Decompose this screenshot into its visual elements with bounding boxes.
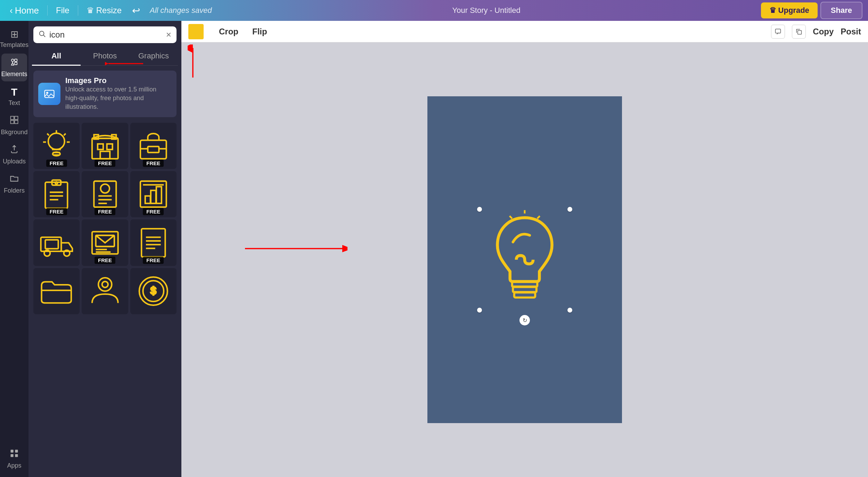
svg-rect-64 [776, 29, 781, 33]
share-button[interactable]: Share [820, 2, 862, 19]
free-badge-5: FREE [95, 208, 115, 215]
resize-handle-tl[interactable] [477, 207, 482, 212]
search-icon [38, 30, 46, 40]
document-title: Your Story - Untitled [452, 6, 521, 15]
home-button[interactable]: ‹ Home [6, 3, 43, 18]
svg-point-59 [98, 278, 112, 291]
copy-button[interactable]: Copy [813, 27, 834, 37]
saved-status: All changes saved [150, 6, 212, 15]
svg-rect-19 [92, 138, 118, 159]
svg-line-71 [510, 216, 512, 218]
svg-rect-4 [11, 116, 14, 120]
svg-rect-21 [107, 144, 112, 149]
selected-element-container[interactable]: ↻ [480, 209, 570, 310]
images-pro-banner[interactable]: Images Pro Unlock access to over 1.5 mil… [33, 71, 177, 117]
svg-line-70 [537, 216, 540, 218]
undo-icon: ↩ [132, 5, 140, 16]
rotate-handle[interactable]: ↻ [519, 315, 530, 325]
svg-text:$: $ [150, 285, 156, 296]
clear-search-button[interactable]: ✕ [166, 31, 172, 39]
icon-item-7[interactable] [33, 219, 80, 266]
sidebar-label-text: Text [8, 99, 20, 107]
svg-point-60 [102, 281, 108, 287]
sidebar-label-folders: Folders [4, 187, 25, 194]
sidebar-item-apps[interactable]: Apps [1, 445, 27, 473]
resize-label: Resize [96, 6, 122, 15]
free-badge-9: FREE [143, 257, 164, 264]
file-button[interactable]: File [52, 3, 74, 17]
sidebar-label-background: Bkground [1, 129, 27, 136]
resize-handle-br[interactable] [567, 308, 572, 313]
sidebar-item-folders[interactable]: Folders [1, 170, 27, 198]
resize-button[interactable]: ♛ Resize [82, 3, 126, 17]
svg-rect-8 [11, 450, 14, 453]
svg-rect-68 [514, 292, 535, 298]
flip-button[interactable]: Flip [245, 24, 274, 39]
sidebar-item-text[interactable]: T Text [1, 83, 27, 110]
crop-button[interactable]: Crop [212, 24, 245, 39]
icon-item-9[interactable]: FREE [130, 219, 177, 266]
canvas-page[interactable]: ↻ [427, 96, 622, 423]
icon-item-2[interactable]: FREE [82, 123, 128, 169]
sidebar-item-elements[interactable]: Elements [1, 54, 27, 81]
sidebar-label-elements: Elements [1, 71, 27, 78]
icon-item-5[interactable]: FREE [82, 171, 128, 217]
icon-results-grid: FREE FREE FREE [28, 123, 181, 349]
search-input[interactable] [49, 30, 162, 40]
search-bar: ✕ [33, 26, 177, 43]
color-swatch[interactable] [188, 24, 204, 39]
duplicate-button[interactable] [792, 25, 806, 39]
svg-rect-42 [151, 191, 156, 203]
folders-icon [9, 173, 19, 186]
nav-divider-2 [78, 5, 78, 16]
svg-point-34 [55, 182, 57, 184]
svg-rect-53 [141, 228, 165, 257]
svg-rect-5 [15, 116, 18, 120]
icon-item-8[interactable]: FREE [82, 219, 128, 266]
icon-item-12[interactable]: $ [130, 268, 177, 314]
upgrade-label: Upgrade [778, 6, 809, 15]
templates-icon: ⊞ [10, 29, 18, 40]
tab-all[interactable]: All [32, 47, 81, 66]
svg-rect-15 [45, 90, 54, 97]
sidebar-label-templates: Templates [0, 41, 28, 49]
svg-rect-48 [46, 240, 58, 249]
toolbar-right-actions: Copy Posit [771, 25, 861, 39]
icon-item-4[interactable]: FREE [33, 171, 80, 217]
sidebar-item-uploads[interactable]: Uploads [1, 141, 27, 169]
filter-tabs: All Photos Graphics [32, 47, 178, 66]
svg-point-36 [100, 184, 109, 193]
svg-rect-20 [98, 144, 103, 149]
resize-handle-bl[interactable] [477, 308, 482, 313]
svg-rect-11 [15, 454, 18, 457]
lightbulb-icon [480, 209, 570, 310]
icon-item-1[interactable]: FREE [33, 123, 80, 169]
canvas-area: ↻ [181, 42, 868, 477]
comment-button[interactable] [771, 25, 785, 39]
svg-rect-43 [156, 187, 162, 203]
icon-item-6[interactable]: FREE [130, 171, 177, 217]
file-label: File [56, 6, 69, 15]
tab-photos[interactable]: Photos [81, 47, 129, 65]
icon-item-10[interactable] [33, 268, 80, 314]
svg-rect-3 [15, 62, 17, 65]
text-icon: T [11, 86, 17, 98]
free-badge-8: FREE [95, 257, 115, 264]
upgrade-button[interactable]: ♛ Upgrade [761, 2, 818, 18]
svg-rect-41 [145, 196, 150, 203]
free-badge-2: FREE [95, 160, 115, 167]
sidebar-item-templates[interactable]: ⊞ Templates [1, 25, 27, 52]
resize-handle-tr[interactable] [567, 207, 572, 212]
undo-button[interactable]: ↩ [129, 3, 144, 18]
svg-rect-66 [512, 282, 538, 287]
svg-rect-7 [15, 120, 18, 123]
promo-description: Unlock access to over 1.5 million high-q… [65, 85, 172, 112]
sidebar: ⊞ Templates Elements T Text Bkground [0, 21, 28, 477]
icon-item-11[interactable] [82, 268, 128, 314]
share-label: Share [831, 6, 852, 15]
svg-rect-1 [15, 59, 17, 62]
icon-item-3[interactable]: FREE [130, 123, 177, 169]
position-button[interactable]: Posit [841, 27, 861, 37]
tab-graphics[interactable]: Graphics [129, 47, 178, 65]
sidebar-item-background[interactable]: Bkground [1, 112, 27, 139]
